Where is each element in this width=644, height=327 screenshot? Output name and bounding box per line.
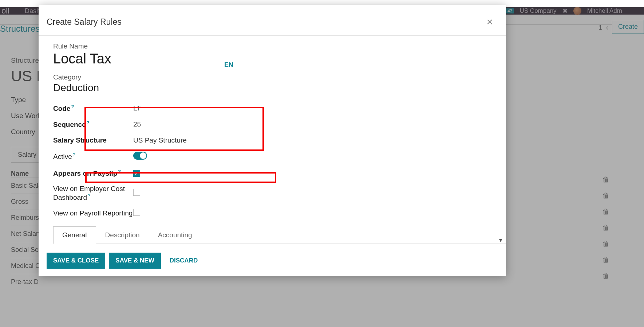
modal-title: Create Salary Rules xyxy=(47,17,122,27)
save-new-button[interactable]: SAVE & NEW xyxy=(109,253,161,269)
tab-general[interactable]: General xyxy=(53,226,96,244)
discard-button[interactable]: DISCARD xyxy=(165,253,203,269)
code-label: Code? xyxy=(53,104,133,113)
help-icon[interactable]: ? xyxy=(87,120,90,125)
category-label: Category xyxy=(53,73,506,81)
form-grid: Code? LT Sequence? 25 Salary Structure U… xyxy=(53,100,506,221)
rule-name-input[interactable]: Local Tax xyxy=(53,51,506,67)
help-icon[interactable]: ? xyxy=(118,169,121,174)
close-icon[interactable]: × xyxy=(486,16,493,28)
employer-cost-checkbox[interactable] xyxy=(133,189,140,196)
appears-on-payslip-label: Appears on Payslip? xyxy=(53,169,133,178)
rule-name-label: Rule Name xyxy=(53,42,506,50)
payroll-reporting-checkbox[interactable] xyxy=(133,209,140,216)
inner-tabs: General Description Accounting xyxy=(53,226,506,244)
sequence-label: Sequence? xyxy=(53,120,133,129)
sequence-input[interactable]: 25 xyxy=(133,120,506,128)
modal-body: Rule Name Local Tax EN Category Deductio… xyxy=(39,36,506,247)
code-input[interactable]: LT xyxy=(133,104,506,112)
help-icon[interactable]: ? xyxy=(73,152,75,157)
language-badge[interactable]: EN xyxy=(224,61,233,69)
modal-header: Create Salary Rules × xyxy=(39,5,506,36)
save-close-button[interactable]: SAVE & CLOSE xyxy=(47,253,105,269)
employer-cost-label: View on Employer Cost Dashboard? xyxy=(53,185,133,202)
active-toggle[interactable] xyxy=(133,152,147,160)
salary-structure-select[interactable]: US Pay Structure xyxy=(133,136,506,144)
tab-description[interactable]: Description xyxy=(96,226,149,244)
appears-on-payslip-checkbox[interactable]: ✓ xyxy=(133,170,140,177)
category-select[interactable]: Deduction xyxy=(53,82,506,94)
help-icon[interactable]: ? xyxy=(71,104,74,109)
help-icon[interactable]: ? xyxy=(88,193,90,198)
payroll-reporting-label: View on Payroll Reporting xyxy=(53,209,133,217)
modal-footer: SAVE & CLOSE SAVE & NEW DISCARD xyxy=(39,247,506,276)
salary-structure-label: Salary Structure xyxy=(53,136,133,144)
active-label: Active? xyxy=(53,152,133,161)
scroll-down-icon[interactable]: ▼ xyxy=(498,237,503,243)
create-salary-rules-modal: Create Salary Rules × Rule Name Local Ta… xyxy=(39,5,506,276)
tab-accounting[interactable]: Accounting xyxy=(149,226,201,244)
